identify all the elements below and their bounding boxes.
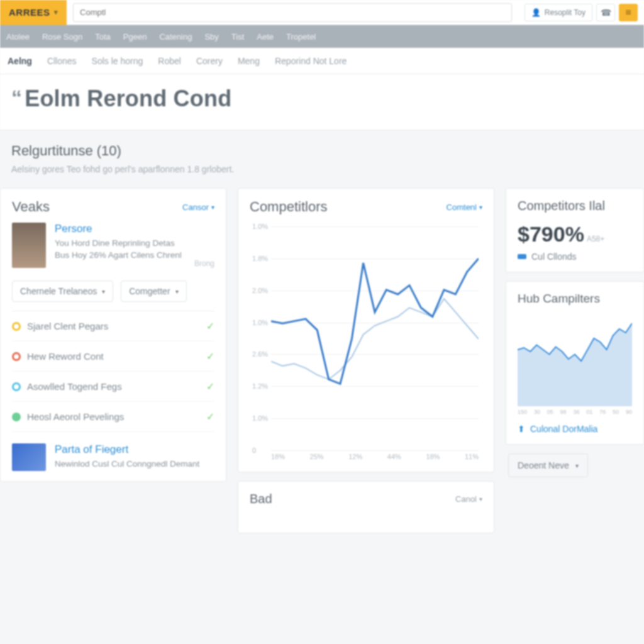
section-title: Relgurtitunse (10): [11, 143, 633, 159]
page-title: “Eolm Rerond Cond: [11, 86, 633, 112]
chevron-down-icon: ▾: [54, 8, 58, 16]
ilal-title: Competitors Ilal: [518, 199, 632, 213]
page-title-text: Eolm Rerond Cond: [25, 86, 231, 111]
tab-item[interactable]: Meng: [238, 56, 260, 66]
select-label: Chernele Trelaneos: [20, 286, 97, 296]
veaks-title: Veaks: [12, 199, 50, 215]
competitors-action[interactable]: Comtenl ▾: [447, 203, 482, 212]
list-item-label: Heosl Aeorol Pevelings: [27, 411, 124, 422]
chevron-down-icon: ▾: [175, 288, 179, 295]
sub-nav: Aelng Cllones Sols le horng Robel Corery…: [0, 48, 644, 74]
right-dropdown[interactable]: Deoent Neve ▾: [508, 453, 588, 477]
chevron-down-icon: ▾: [211, 204, 214, 211]
dropdown-label: Deoent Neve: [518, 460, 569, 470]
topbar-actions: 👤 Resoplit Toy ☎ ≡: [518, 4, 644, 21]
person-row[interactable]: Parta of Fiegert Newinlod Cusl Cul Conng…: [12, 432, 214, 471]
status-dot-icon: [12, 382, 21, 391]
search-input[interactable]: [73, 3, 512, 22]
select-chernele[interactable]: Chernele Trelaneos ▾: [12, 280, 113, 302]
check-icon: ✓: [206, 320, 214, 332]
nav-item[interactable]: Atolee: [6, 32, 30, 42]
hub-title: Hub Campilters: [518, 292, 632, 306]
status-dot-icon: [12, 322, 21, 331]
chevron-down-icon: ▾: [479, 496, 482, 502]
right-column: Competitors Ilal $790%A58+ Cul Cllonds H…: [506, 188, 644, 533]
phone-icon-button[interactable]: ☎: [596, 4, 615, 21]
bad-title: Bad: [250, 492, 272, 506]
stat-value: $790%: [518, 222, 584, 246]
person-name[interactable]: Parta of Fiegert: [55, 443, 199, 456]
page-header: “Eolm Rerond Cond: [0, 74, 644, 130]
legend-row: Cul Cllonds: [518, 252, 632, 262]
nav-item[interactable]: Pgeen: [123, 32, 147, 42]
avatar: [12, 443, 46, 471]
list-item-label: Sjarel Clent Pegars: [27, 321, 108, 331]
select-competitor[interactable]: Comgetter ▾: [121, 280, 186, 302]
chevron-down-icon: ▾: [479, 204, 482, 211]
list-item-label: Hew Reword Cont: [27, 351, 104, 362]
nav-item[interactable]: Sby: [204, 32, 218, 42]
veaks-action[interactable]: Cansor ▾: [182, 203, 214, 212]
menu-icon-button[interactable]: ≡: [619, 4, 638, 21]
left-column: Veaks Cansor ▾ Persore You Hord Dine Rep…: [0, 188, 226, 533]
competitors-ilal-card: Competitors Ilal $790%A58+ Cul Cllonds: [506, 188, 644, 272]
section-subtitle: Aelsiny gores Teo fohd go perl's aparflo…: [11, 164, 633, 174]
tab-item[interactable]: Corery: [196, 56, 223, 66]
list-item[interactable]: Hew Reword Cont ✓: [12, 341, 214, 372]
chevron-down-icon: ▾: [102, 288, 105, 295]
user-chip[interactable]: 👤 Resoplit Toy: [525, 4, 592, 21]
veaks-action-label: Cansor: [182, 203, 209, 212]
check-icon: ✓: [206, 411, 214, 423]
tab-item[interactable]: Sols le horng: [92, 56, 143, 66]
list-item-label: Asowlled Togend Fegs: [27, 381, 122, 392]
tab-item[interactable]: Aelng: [8, 56, 32, 66]
bad-action-label: Canol: [455, 494, 477, 504]
list-item[interactable]: Heosl Aeorol Pevelings ✓: [12, 402, 214, 432]
legend-label: Cul Cllonds: [531, 252, 577, 262]
columns: Veaks Cansor ▾ Persore You Hord Dine Rep…: [0, 178, 644, 533]
logo-text: ARREES: [9, 7, 50, 18]
list-item[interactable]: Asowlled Togend Fegs ✓: [12, 372, 214, 402]
main-nav: Atolee Rose Sogn Tota Pgeen Catening Sby…: [0, 25, 644, 48]
person-name[interactable]: Persore: [55, 223, 186, 235]
competitors-action-label: Comtenl: [447, 203, 477, 212]
hub-x-labels: 1503005983601765090: [518, 409, 632, 415]
nav-item[interactable]: Tota: [95, 32, 111, 42]
hub-callout[interactable]: ⬆ Culonal DorMalia: [518, 424, 632, 434]
veaks-card: Veaks Cansor ▾ Persore You Hord Dine Rep…: [0, 188, 226, 482]
hub-chart: [518, 312, 632, 406]
veaks-list: Sjarel Clent Pegars ✓ Hew Reword Cont ✓ …: [12, 311, 214, 432]
user-icon: 👤: [531, 8, 541, 17]
list-item[interactable]: Sjarel Clent Pegars ✓: [12, 311, 214, 341]
selects-row: Chernele Trelaneos ▾ Comgetter ▾: [12, 280, 214, 302]
section-header: Relgurtitunse (10) Aelsiny gores Teo foh…: [0, 130, 644, 178]
logo[interactable]: ARREES ▾: [0, 0, 67, 25]
select-label: Comgetter: [129, 286, 170, 296]
tab-item[interactable]: Robel: [158, 56, 181, 66]
search-wrap: [67, 1, 518, 25]
nav-item[interactable]: Tropetel: [286, 32, 316, 42]
person-row[interactable]: Persore You Hord Dine Reprinling Detas B…: [12, 223, 214, 268]
check-icon: ✓: [206, 350, 214, 362]
stat-sub: A58+: [587, 235, 604, 243]
hub-callout-label: Culonal DorMalia: [530, 424, 597, 434]
nav-item[interactable]: Aete: [257, 32, 274, 42]
chevron-down-icon: ▾: [575, 462, 579, 469]
arrow-up-icon: ⬆: [518, 424, 525, 434]
nav-item[interactable]: Tist: [231, 32, 244, 42]
status-dot-icon: [12, 413, 21, 421]
nav-item[interactable]: Catening: [159, 32, 192, 42]
person-meta: Brong: [194, 259, 214, 268]
bad-action[interactable]: Canol ▾: [455, 494, 482, 504]
legend-swatch-icon: [518, 254, 526, 259]
topbar: ARREES ▾ 👤 Resoplit Toy ☎ ≡: [0, 0, 644, 25]
bad-card: Bad Canol ▾: [238, 481, 494, 533]
avatar: [12, 223, 46, 268]
hub-card: Hub Campilters 1503005983601765090 ⬆ Cul…: [506, 281, 644, 445]
nav-item[interactable]: Rose Sogn: [42, 32, 82, 42]
tab-item[interactable]: Cllones: [47, 56, 77, 66]
competitors-card: Competitlors Comtenl ▾ 1.0%1.8%2.0%1.0%2…: [238, 188, 494, 472]
person-desc: Newinlod Cusl Cul Conngnedl Demant: [55, 458, 199, 470]
tab-item[interactable]: Reporind Not Lore: [275, 56, 347, 66]
status-dot-icon: [12, 352, 21, 361]
